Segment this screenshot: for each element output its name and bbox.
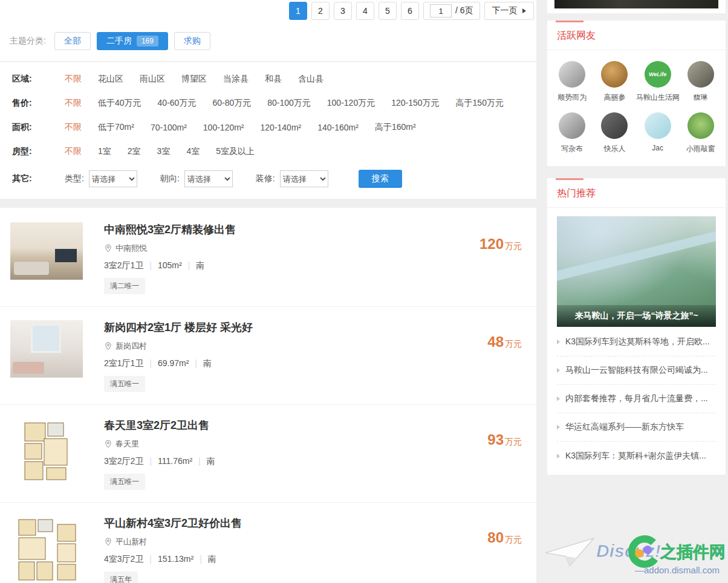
filter-option[interactable]: 100-120万元 xyxy=(327,98,375,109)
avatar[interactable] xyxy=(559,61,585,88)
hot-banner-caption: 来马鞍山，开启一场“诗景之旅”~ xyxy=(557,305,716,327)
hot-list-item[interactable]: 内部套餐推荐，每月省几十流量费，... xyxy=(557,385,716,413)
type-select-group: 类型: 请选择 xyxy=(65,170,137,187)
filter-option[interactable]: 不限 xyxy=(65,146,82,157)
avatar[interactable] xyxy=(687,112,714,139)
sidebar-top-banner-image[interactable] xyxy=(554,0,718,8)
active-users-grid: 顺势而为 高丽参 WeLife 马鞍山生活网 馥琳 写杂布 快乐人 xyxy=(547,50,726,166)
avatar[interactable]: WeLife xyxy=(645,61,671,88)
user-name[interactable]: 顺势而为 xyxy=(557,92,587,103)
listing-rooms: 4室3厅2卫 xyxy=(104,554,143,564)
page-button-2[interactable]: 2 xyxy=(311,2,330,20)
orientation-select-label: 朝向: xyxy=(160,173,180,184)
hot-list-item[interactable]: K3国际列车：莫斯科+谢尔盖伊夫镇... xyxy=(557,442,716,470)
listing-body: 平山新村4室3厅2卫好价出售 平山新村 4室3厅2卫|151.13m²|南 满五… xyxy=(104,516,522,583)
listing-title[interactable]: 中南熙悦3室2厅精装修出售 xyxy=(104,222,522,237)
hot-list-item[interactable]: K3国际列车到达莫斯科等地，开启欧... xyxy=(557,328,716,356)
page-button-3[interactable]: 3 xyxy=(334,2,352,20)
decoration-select[interactable]: 请选择 xyxy=(280,170,328,187)
spec-divider: | xyxy=(198,456,201,466)
avatar[interactable] xyxy=(645,112,671,139)
price-unit: 万元 xyxy=(505,437,522,446)
filter-option[interactable]: 70-100m² xyxy=(151,123,187,132)
listing-rooms: 3室2厅1卫 xyxy=(104,260,143,270)
user-name[interactable]: 高丽参 xyxy=(603,92,625,103)
filter-option[interactable]: 和县 xyxy=(265,74,282,85)
listing-location: 春天里 xyxy=(104,439,522,449)
filter-option[interactable]: 含山县 xyxy=(298,74,323,85)
listing-floorplan[interactable] xyxy=(10,418,83,486)
price-unit: 万元 xyxy=(505,241,522,251)
next-page-button[interactable]: 下一页 xyxy=(484,2,534,20)
listing-floorplan[interactable] xyxy=(10,516,83,583)
search-button[interactable]: 搜索 xyxy=(359,170,402,188)
filter-option[interactable]: 3室 xyxy=(157,146,171,157)
watermark-c-mark xyxy=(627,534,662,569)
filter-option[interactable]: 当涂县 xyxy=(223,74,249,85)
user-name[interactable]: 小雨敲窗 xyxy=(686,144,715,154)
filter-option[interactable]: 2室 xyxy=(128,146,141,157)
listing-title[interactable]: 新岗四村2室1厅 楼层好 采光好 xyxy=(104,320,522,335)
filter-option[interactable]: 60-80万元 xyxy=(212,98,251,109)
listing-photo[interactable] xyxy=(10,320,83,378)
hot-item-text: 马鞍山一云智能科技有限公司竭诚为... xyxy=(565,365,708,376)
filter-option[interactable]: 不限 xyxy=(65,74,82,85)
filter-option[interactable]: 100-120m² xyxy=(203,123,244,132)
user-name[interactable]: 写杂布 xyxy=(561,144,583,154)
page-button-5[interactable]: 5 xyxy=(379,2,397,20)
filter-option[interactable]: 5室及以上 xyxy=(216,146,255,157)
avatar[interactable] xyxy=(559,112,585,139)
listing-title[interactable]: 平山新村4室3厅2卫好价出售 xyxy=(104,516,522,530)
filter-option[interactable]: 花山区 xyxy=(98,74,123,85)
orientation-select[interactable]: 请选择 xyxy=(184,170,233,187)
tab-all[interactable]: 全部 xyxy=(54,32,91,50)
avatar[interactable] xyxy=(601,112,628,139)
page-button-4[interactable]: 4 xyxy=(356,2,374,20)
hot-recommend-title: 热门推荐 xyxy=(547,178,726,208)
tab-second-hand-house-label: 二手房 xyxy=(106,36,132,47)
page-jump-input[interactable] xyxy=(430,4,452,18)
filter-option[interactable]: 不限 xyxy=(65,122,82,133)
user-name[interactable]: 馥琳 xyxy=(694,92,708,103)
filter-option[interactable]: 不限 xyxy=(65,98,82,109)
spec-divider: | xyxy=(200,554,202,564)
filter-row-other: 其它: 类型: 请选择 朝向: 请选择 装修: 请选择 搜索 xyxy=(0,164,536,196)
listing-title[interactable]: 春天里3室2厅2卫出售 xyxy=(104,418,522,433)
filter-option[interactable]: 高于160m² xyxy=(375,122,416,133)
page-button-6[interactable]: 6 xyxy=(401,2,419,20)
listing-orientation: 南 xyxy=(208,554,216,564)
listing-location-name: 平山新村 xyxy=(115,536,147,547)
user-name[interactable]: 快乐人 xyxy=(603,144,625,154)
filter-option[interactable]: 低于70m² xyxy=(98,122,134,133)
filter-option[interactable]: 博望区 xyxy=(181,74,207,85)
listing-price: 48万元 xyxy=(487,333,522,350)
tab-second-hand-house[interactable]: 二手房 169 xyxy=(97,32,168,50)
avatar[interactable] xyxy=(687,61,714,88)
hot-list-item[interactable]: 马鞍山一云智能科技有限公司竭诚为... xyxy=(557,356,716,385)
filter-option[interactable]: 140-160m² xyxy=(317,123,359,132)
hot-banner-image[interactable]: 来马鞍山，开启一场“诗景之旅”~ xyxy=(557,216,716,327)
listing-photo[interactable] xyxy=(10,222,83,280)
hot-recommend-card: 热门推荐 来马鞍山，开启一场“诗景之旅”~ K3国际列车到达莫斯科等地，开启欧.… xyxy=(547,178,726,475)
filter-option[interactable]: 雨山区 xyxy=(140,74,165,85)
page-button-1[interactable]: 1 xyxy=(289,2,307,20)
filter-option[interactable]: 1室 xyxy=(98,146,111,157)
listing-price: 80万元 xyxy=(487,529,522,546)
listing-location: 中南熙悦 xyxy=(104,243,522,254)
filter-option[interactable]: 120-150万元 xyxy=(391,98,439,109)
listing-tag-badge: 满五唯一 xyxy=(104,474,145,490)
type-select[interactable]: 请选择 xyxy=(89,170,137,187)
filter-option[interactable]: 4室 xyxy=(186,146,200,157)
filter-option[interactable]: 低于40万元 xyxy=(98,98,141,109)
filter-option[interactable]: 80-100万元 xyxy=(267,98,311,109)
user-name[interactable]: Jac xyxy=(652,144,663,152)
filter-option[interactable]: 高于150万元 xyxy=(456,98,504,109)
avatar[interactable] xyxy=(601,61,628,88)
user-name[interactable]: 马鞍山生活网 xyxy=(636,92,680,103)
hot-list-item[interactable]: 华运红高端系列——新东方快车 xyxy=(557,413,716,442)
user-cell: WeLife 马鞍山生活网 xyxy=(636,61,680,103)
filter-option[interactable]: 120-140m² xyxy=(261,123,302,132)
listing-location: 新岗四村 xyxy=(104,341,522,352)
tab-wanted[interactable]: 求购 xyxy=(174,32,210,50)
filter-option[interactable]: 40-60万元 xyxy=(158,98,197,109)
